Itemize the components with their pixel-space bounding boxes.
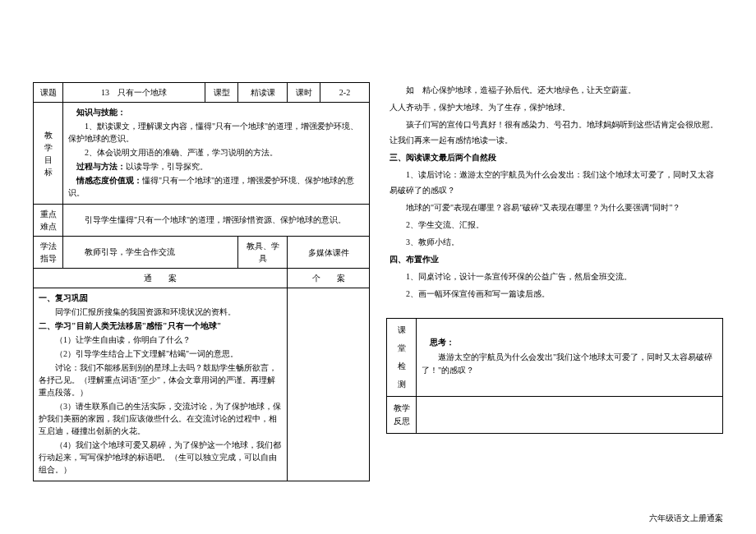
goals-sec1-l2: 2、体会说明文用语的准确、严谨，学习说明的方法。 xyxy=(68,146,364,159)
lc-p2: （1）让学生自由读，你明白了什么？ xyxy=(39,334,282,346)
lc-p1: 同学们汇报所搜集的我国资源和环境状况的资料。 xyxy=(39,306,282,318)
keypoint-row: 重点难点 引导学生懂得"只有一个地球"的道理，增强珍惜资源、保护地球的意识。 xyxy=(34,205,370,237)
rc-p2: 1、读后讨论：遨游太空的宇航员为什么会发出：我们这个地球太可爱了，同时又太容易破… xyxy=(390,167,720,198)
rc-p0b: 人人齐动手，保护大地球。为了生存，保护地球。 xyxy=(390,99,720,115)
goals-label: 教学 目标 xyxy=(34,103,63,205)
check-table: 课 堂 检 测 思考： 遨游太空的宇航员为什么会发出"我们这个地球太可爱了，同时… xyxy=(386,318,723,434)
kexing-value: 精读课 xyxy=(238,83,288,103)
left-column: 课题 13 只有一个地球 课型 精读课 课时 2-2 教学 目标 知识与技能： … xyxy=(33,82,370,481)
method-text: 教师引导，学生合作交流 xyxy=(63,237,238,269)
tong-content: 一、复习巩固 同学们汇报所搜集的我国资源和环境状况的资料。 二、学习"目前人类无… xyxy=(34,288,288,481)
lc-p6: （4）我们这个地球可爱又易碎，为了保护这一个地球，我们都行动起来，写写保护地球的… xyxy=(39,439,282,476)
check-row: 课 堂 检 测 思考： 遨游太空的宇航员为什么会发出"我们这个地球太可爱了，同时… xyxy=(387,319,723,397)
lesson-plan-table: 课题 13 只有一个地球 课型 精读课 课时 2-2 教学 目标 知识与技能： … xyxy=(33,82,370,481)
check-content: 思考： 遨游太空的宇航员为什么会发出"我们这个地球太可爱了，同时又太容易破碎了！… xyxy=(417,319,723,397)
keypoint-text: 引导学生懂得"只有一个地球"的道理，增强珍惜资源、保护地球的意识。 xyxy=(63,205,370,237)
lc-p5: （3）请生联系自己的生活实际，交流讨论，为了保护地球，保护我们美丽的家园，我们应… xyxy=(39,400,282,437)
rc-p5: 3、教师小结。 xyxy=(390,234,720,250)
reflect-content xyxy=(417,397,723,434)
goals-sec3: 情感态度价值观：懂得"只有一个地球"的道理，增强爱护环境、保护地球的意识。 xyxy=(68,174,364,199)
page-footer: 六年级语文上册通案 xyxy=(649,513,723,524)
goals-content: 知识与技能： 1、默读课文，理解课文内容，懂得"只有一个地球"的道理，增强爱护环… xyxy=(63,103,370,205)
tool-label: 教具、学具 xyxy=(238,237,288,269)
keypoint-label: 重点难点 xyxy=(34,205,63,237)
tong-label: 通 案 xyxy=(34,269,288,288)
method-label: 学法指导 xyxy=(34,237,63,269)
reflect-label: 教学反思 xyxy=(387,397,417,434)
lc-p4: 讨论：我们不能移居到别的星球上去吗？鼓励学生畅所欲言，各抒己见。（理解重点词语"… xyxy=(39,361,282,398)
header-row: 课题 13 只有一个地球 课型 精读课 课时 2-2 xyxy=(34,83,370,103)
right-continuation: 如 精心保护地球，造福子孙后代。还大地绿色，让天空蔚蓝。 人人齐动手，保护大地球… xyxy=(386,82,723,310)
rc-p1: 孩子们写的宣传口号真好！很有感染力、号召力。地球妈妈听到这些话肯定会很欣慰。让我… xyxy=(390,117,720,148)
plan-header-row: 通 案 个 案 xyxy=(34,269,370,288)
keti-value: 13 只有一个地球 xyxy=(63,83,205,103)
check-text: 遨游太空的宇航员为什么会发出"我们这个地球太可爱了，同时又太容易破碎了！"的感叹… xyxy=(422,351,717,377)
rc-p6: 1、同桌讨论，设计一条宣传环保的公益广告，然后全班交流。 xyxy=(390,269,720,284)
check-label: 课 堂 检 测 xyxy=(387,319,417,397)
goals-sec2: 过程与方法：以读导学，引导探究。 xyxy=(68,160,364,173)
kexing-label: 课型 xyxy=(205,83,238,103)
goals-sec1-l1: 1、默读课文，理解课文内容，懂得"只有一个地球"的道理，增强爱护环境、保护地球的… xyxy=(68,120,364,145)
rc-h3: 三、阅读课文最后两个自然段 xyxy=(390,150,720,165)
check-title: 思考： xyxy=(422,336,717,349)
keshi-label: 课时 xyxy=(288,83,320,103)
rc-p0a: 如 精心保护地球，造福子孙后代。还大地绿色，让天空蔚蓝。 xyxy=(390,82,720,98)
reflect-row: 教学反思 xyxy=(387,397,723,434)
method-row: 学法指导 教师引导，学生合作交流 教具、学具 多媒体课件 xyxy=(34,237,370,269)
rc-p4: 2、学生交流、汇报。 xyxy=(390,217,720,232)
keti-label: 课题 xyxy=(34,83,63,103)
right-column: 如 精心保护地球，造福子孙后代。还大地绿色，让天空蔚蓝。 人人齐动手，保护大地球… xyxy=(386,82,723,481)
lc-p3: （2）引导学生结合上下文理解"枯竭"一词的意思。 xyxy=(39,348,282,360)
keshi-value: 2-2 xyxy=(320,83,370,103)
rc-h4: 四、布置作业 xyxy=(390,251,720,267)
goals-row: 教学 目标 知识与技能： 1、默读课文，理解课文内容，懂得"只有一个地球"的道理… xyxy=(34,103,370,205)
lc-h2: 二、学习"目前人类无法移居"感悟"只有一个地球" xyxy=(39,320,282,332)
ge-content xyxy=(288,288,370,481)
lc-h1: 一、复习巩固 xyxy=(39,292,282,304)
rc-p7: 2、画一幅环保宣传画和写一篇读后感。 xyxy=(390,286,720,302)
ge-label: 个 案 xyxy=(288,269,370,288)
rc-p3: 地球的"可爱"表现在哪里？容易"破碎"又表现在哪里？为什么要强调"同时"？ xyxy=(390,200,720,215)
plan-content-row: 一、复习巩固 同学们汇报所搜集的我国资源和环境状况的资料。 二、学习"目前人类无… xyxy=(34,288,370,481)
tool-value: 多媒体课件 xyxy=(288,237,370,269)
goals-sec1-title: 知识与技能： xyxy=(68,106,364,118)
